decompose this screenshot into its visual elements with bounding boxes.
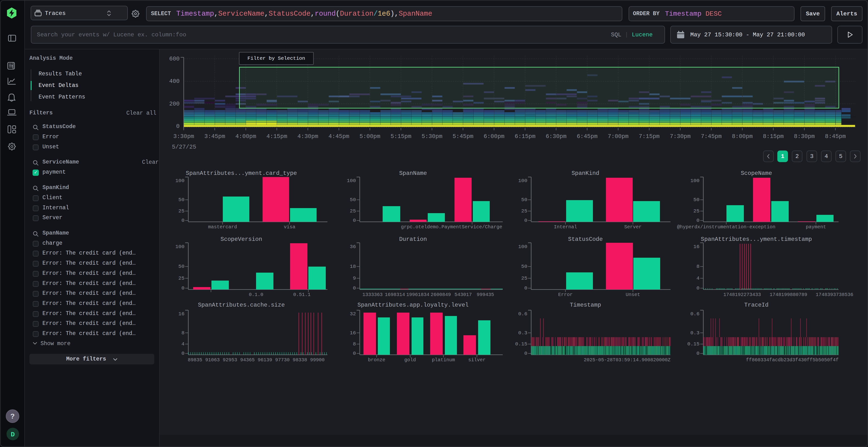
svg-text:D: D: [11, 431, 15, 438]
svg-text:?: ?: [10, 413, 15, 421]
